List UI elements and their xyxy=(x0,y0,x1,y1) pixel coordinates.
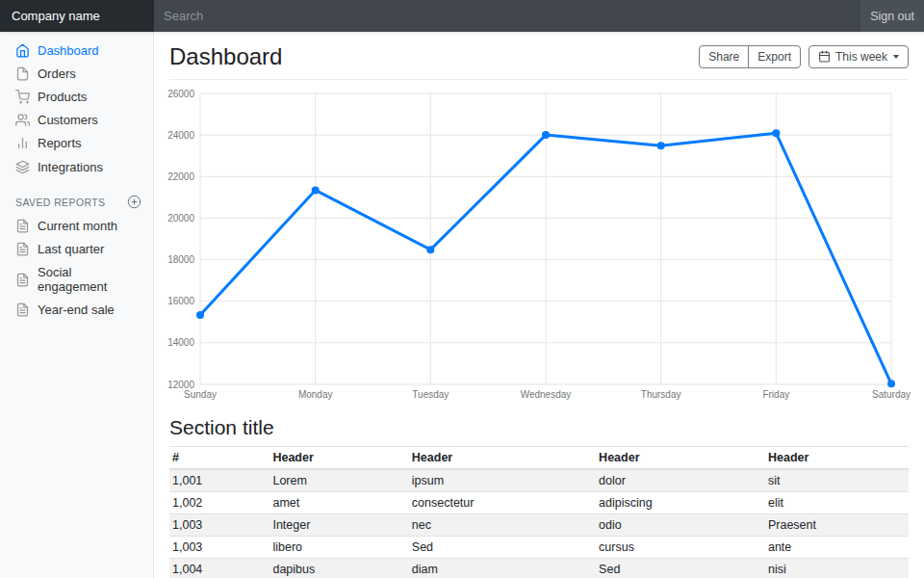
svg-text:22000: 22000 xyxy=(167,171,194,182)
sidebar-item-label: Integrations xyxy=(38,160,103,174)
sidebar-item-dashboard[interactable]: Dashboard xyxy=(0,39,154,62)
table-cell: 1,004 xyxy=(169,559,270,578)
caret-down-icon xyxy=(893,55,899,59)
column-header: Header xyxy=(596,447,765,470)
table-cell: ipsum xyxy=(409,469,596,492)
table-row: 1,003IntegernecodioPraesent xyxy=(169,514,909,537)
table-row: 1,004dapibusdiamSednisi xyxy=(169,559,909,578)
weekly-line-chart: 1200014000160001800020000220002400026000… xyxy=(169,86,909,406)
sidebar-item-year-end-sale[interactable]: Year-end sale xyxy=(0,299,154,322)
table-cell: Integer xyxy=(270,514,408,537)
file-text-icon xyxy=(15,219,30,233)
chart-container: 1200014000160001800020000220002400026000… xyxy=(169,86,909,406)
data-table: #HeaderHeaderHeaderHeader 1,001Loremipsu… xyxy=(169,446,909,578)
sidebar-nav: DashboardOrdersProductsCustomersReportsI… xyxy=(0,39,154,178)
table-cell: Sed xyxy=(596,559,765,578)
table-cell: 1,002 xyxy=(169,492,270,514)
svg-text:Saturday: Saturday xyxy=(872,389,911,400)
table-cell: sit xyxy=(765,469,909,492)
top-navbar: Company name Sign out xyxy=(0,0,924,32)
sidebar-item-label: Year-end sale xyxy=(38,302,115,317)
svg-text:12000: 12000 xyxy=(167,380,194,390)
table-cell: elit xyxy=(765,492,909,514)
saved-reports-heading: Saved reports xyxy=(15,197,106,208)
file-text-icon xyxy=(15,302,30,317)
svg-text:Wednesday: Wednesday xyxy=(521,389,572,400)
shopping-cart-icon xyxy=(15,90,30,104)
saved-reports-header: Saved reports xyxy=(0,195,154,209)
home-icon xyxy=(15,43,30,58)
page-title: Dashboard xyxy=(169,43,282,70)
layers-icon xyxy=(15,160,30,174)
sidebar-item-integrations[interactable]: Integrations xyxy=(0,155,154,178)
svg-text:16000: 16000 xyxy=(167,296,194,306)
sidebar-item-social-engagement[interactable]: Social engagement xyxy=(0,261,154,299)
calendar-icon xyxy=(818,50,831,63)
sidebar-item-label: Social engagement xyxy=(38,265,139,294)
sidebar-item-label: Last quarter xyxy=(38,242,104,256)
table-header-row: #HeaderHeaderHeaderHeader xyxy=(169,447,909,470)
svg-text:Friday: Friday xyxy=(762,389,789,400)
table-cell: ante xyxy=(765,537,909,559)
table-cell: consectetur xyxy=(409,492,596,514)
sidebar: DashboardOrdersProductsCustomersReportsI… xyxy=(0,32,154,578)
sidebar-item-label: Orders xyxy=(38,66,76,81)
svg-text:Sunday: Sunday xyxy=(184,389,217,400)
bar-chart-icon xyxy=(15,136,30,150)
file-text-icon xyxy=(15,242,30,256)
file-icon xyxy=(15,66,30,81)
table-cell: adipiscing xyxy=(596,492,765,514)
table-cell: odio xyxy=(596,514,765,537)
sidebar-item-reports[interactable]: Reports xyxy=(0,132,154,155)
sidebar-item-products[interactable]: Products xyxy=(0,85,154,108)
table-cell: cursus xyxy=(596,537,765,559)
column-header: # xyxy=(169,447,270,470)
period-label: This week xyxy=(835,49,887,66)
share-button[interactable]: Share xyxy=(699,45,749,69)
main-content: Dashboard Share Export This week 1200014… xyxy=(154,32,924,578)
table-cell: Lorem xyxy=(270,469,408,492)
column-header: Header xyxy=(765,447,909,470)
svg-text:18000: 18000 xyxy=(167,254,194,265)
table-row: 1,001Loremipsumdolorsit xyxy=(169,469,909,492)
table-cell: amet xyxy=(270,492,408,514)
svg-text:24000: 24000 xyxy=(167,130,194,141)
search-input[interactable] xyxy=(154,0,860,32)
export-button[interactable]: Export xyxy=(748,45,801,69)
table-row: 1,002ametconsecteturadipiscingelit xyxy=(169,492,909,514)
table-cell: 1,001 xyxy=(169,469,270,492)
table-cell: 1,003 xyxy=(169,537,270,559)
svg-text:Tuesday: Tuesday xyxy=(412,389,449,400)
table-cell: diam xyxy=(409,559,596,578)
table-cell: Praesent xyxy=(765,514,909,537)
svg-text:20000: 20000 xyxy=(167,213,194,223)
sidebar-item-label: Reports xyxy=(38,136,82,150)
table-cell: 1,003 xyxy=(169,514,270,537)
sidebar-item-current-month[interactable]: Current month xyxy=(0,214,154,237)
table-cell: nisi xyxy=(765,559,909,578)
sidebar-item-customers[interactable]: Customers xyxy=(0,109,154,132)
period-dropdown[interactable]: This week xyxy=(808,45,909,69)
sidebar-item-label: Dashboard xyxy=(38,43,99,58)
column-header: Header xyxy=(270,447,408,470)
share-export-group: Share Export xyxy=(699,45,801,69)
toolbar: Share Export This week xyxy=(699,45,909,69)
section-title: Section title xyxy=(169,416,909,439)
sidebar-item-label: Current month xyxy=(38,219,117,233)
saved-reports-list: Current monthLast quarterSocial engageme… xyxy=(0,214,154,322)
svg-text:26000: 26000 xyxy=(167,89,194,99)
users-icon xyxy=(15,113,30,127)
column-header: Header xyxy=(409,447,596,470)
brand-link[interactable]: Company name xyxy=(0,0,154,32)
table-row: 1,003liberoSedcursusante xyxy=(169,537,909,559)
table-cell: dapibus xyxy=(270,559,408,578)
sidebar-item-last-quarter[interactable]: Last quarter xyxy=(0,237,154,260)
svg-text:Thursday: Thursday xyxy=(641,389,681,400)
svg-text:14000: 14000 xyxy=(167,337,194,348)
table-cell: Sed xyxy=(409,537,596,559)
page-header: Dashboard Share Export This week xyxy=(169,32,909,80)
sign-out-link[interactable]: Sign out xyxy=(860,0,924,32)
sidebar-item-label: Products xyxy=(38,90,87,104)
sidebar-item-orders[interactable]: Orders xyxy=(0,62,154,85)
plus-circle-icon[interactable] xyxy=(127,195,141,209)
